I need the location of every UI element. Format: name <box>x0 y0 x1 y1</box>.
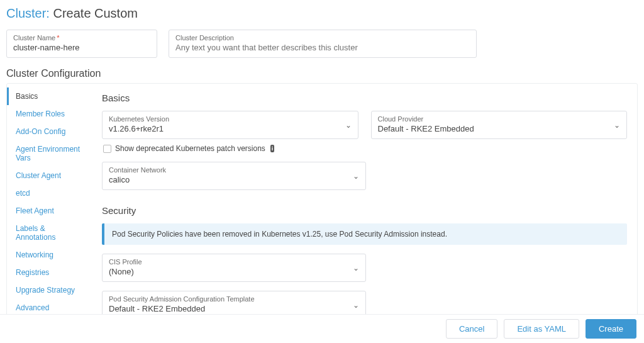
page-title-text: Create Custom <box>53 6 138 20</box>
kubernetes-version-select[interactable]: Kubernetes Version v1.26.6+rke2r1 ⌄ <box>102 111 358 139</box>
cloud-provider-value: Default - RKE2 Embedded <box>378 124 621 133</box>
container-network-value: calico <box>109 175 359 184</box>
sidebar-item-basics[interactable]: Basics <box>7 87 92 105</box>
sidebar-item-add-on-config[interactable]: Add-On Config <box>7 123 92 140</box>
cis-profile-value: (None) <box>109 267 359 276</box>
cluster-name-field[interactable]: Cluster Name* <box>6 30 157 58</box>
footer-bar: Cancel Edit as YAML Create <box>0 314 644 343</box>
cluster-description-label: Cluster Description <box>175 34 470 42</box>
config-heading: Cluster Configuration <box>6 68 638 79</box>
container-network-label: Container Network <box>109 166 359 174</box>
cis-profile-label: CIS Profile <box>109 258 359 266</box>
cluster-description-input[interactable] <box>175 43 470 52</box>
kubernetes-version-label: Kubernetes Version <box>109 115 352 123</box>
chevron-down-icon: ⌄ <box>614 121 620 130</box>
psa-template-label: Pod Security Admission Configuration Tem… <box>109 295 359 303</box>
sidebar-item-upgrade-strategy[interactable]: Upgrade Strategy <box>7 281 92 299</box>
psp-removed-banner: Pod Security Policies have been removed … <box>102 223 627 245</box>
chevron-down-icon: ⌄ <box>353 301 359 310</box>
sidebar-item-member-roles[interactable]: Member Roles <box>7 105 92 123</box>
page-title: Cluster: Create Custom <box>6 6 638 21</box>
sidebar-item-fleet-agent[interactable]: Fleet Agent <box>7 202 92 220</box>
edit-as-yaml-button[interactable]: Edit as YAML <box>504 319 579 339</box>
show-deprecated-row[interactable]: Show deprecated Kubernetes patch version… <box>103 144 627 153</box>
show-deprecated-checkbox[interactable] <box>103 145 111 153</box>
chevron-down-icon: ⌄ <box>353 172 359 181</box>
config-sidebar: Basics Member Roles Add-On Config Agent … <box>7 84 92 343</box>
cluster-description-field[interactable]: Cluster Description <box>169 30 477 58</box>
cloud-provider-label: Cloud Provider <box>378 115 621 123</box>
sidebar-item-cluster-agent[interactable]: Cluster Agent <box>7 167 92 184</box>
kubernetes-version-value: v1.26.6+rke2r1 <box>109 124 352 133</box>
cloud-provider-select[interactable]: Cloud Provider Default - RKE2 Embedded ⌄ <box>371 111 628 139</box>
sidebar-item-registries[interactable]: Registries <box>7 264 92 281</box>
info-icon[interactable]: i <box>270 145 275 152</box>
psa-template-value: Default - RKE2 Embedded <box>109 304 359 313</box>
page-title-prefix: Cluster: <box>6 6 50 20</box>
config-panel: Basics Member Roles Add-On Config Agent … <box>6 83 638 343</box>
security-heading: Security <box>102 205 627 216</box>
basics-heading: Basics <box>102 93 627 103</box>
sidebar-item-etcd[interactable]: etcd <box>7 184 92 202</box>
chevron-down-icon: ⌄ <box>353 264 359 273</box>
cluster-name-input[interactable] <box>13 43 150 52</box>
config-main: Basics Kubernetes Version v1.26.6+rke2r1… <box>92 84 637 343</box>
show-deprecated-label: Show deprecated Kubernetes patch version… <box>115 144 265 153</box>
container-network-select[interactable]: Container Network calico ⌄ <box>102 162 366 190</box>
cancel-button[interactable]: Cancel <box>446 319 497 339</box>
chevron-down-icon: ⌄ <box>345 121 352 130</box>
sidebar-item-networking[interactable]: Networking <box>7 246 92 264</box>
sidebar-item-labels-annotations[interactable]: Labels & Annotations <box>7 220 92 246</box>
cluster-name-label: Cluster Name* <box>13 34 150 42</box>
create-button[interactable]: Create <box>586 319 636 339</box>
sidebar-item-agent-env-vars[interactable]: Agent Environment Vars <box>7 140 92 167</box>
cis-profile-select[interactable]: CIS Profile (None) ⌄ <box>102 254 366 282</box>
